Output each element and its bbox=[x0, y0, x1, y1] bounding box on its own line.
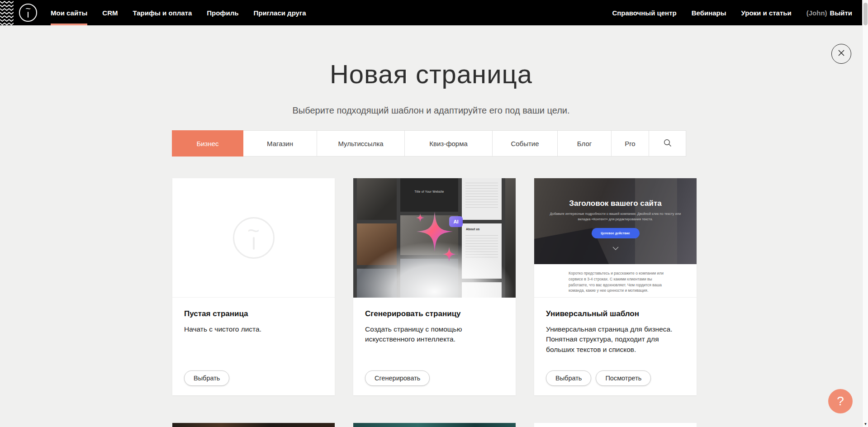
nav-crm[interactable]: CRM bbox=[102, 0, 118, 25]
tab-multilink[interactable]: Мультиссылка bbox=[317, 130, 405, 157]
nav-invite-friend-label: Пригласи друга bbox=[253, 9, 306, 17]
tab-pro-label: Pro bbox=[625, 140, 635, 147]
tab-business-label: Бизнес bbox=[196, 140, 218, 147]
nav-profile-label: Профиль bbox=[207, 9, 238, 17]
top-navbar: ~ Мои сайты CRM Тарифы и оплата Профиль … bbox=[0, 0, 862, 25]
zigzag-pattern bbox=[0, 0, 14, 25]
choose-blank-button[interactable]: Выбрать bbox=[184, 370, 229, 386]
template-hero-subtitle: Добавьте интересные подробности о вашей … bbox=[545, 211, 685, 222]
tab-pro[interactable]: Pro bbox=[612, 130, 649, 157]
tilda-new-page-screen: ~ Мои сайты CRM Тарифы и оплата Профиль … bbox=[0, 0, 868, 427]
choose-universal-button[interactable]: Выбрать bbox=[546, 370, 591, 386]
scrollbar-thumb[interactable] bbox=[863, 3, 868, 25]
tab-blog[interactable]: Блог bbox=[558, 130, 612, 157]
nav-help-center[interactable]: Справочный центр bbox=[612, 0, 676, 25]
nav-invite-friend[interactable]: Пригласи друга bbox=[253, 0, 306, 25]
template-body-text: Коротко представьтесь и расскажите о ком… bbox=[569, 270, 664, 294]
nav-help-center-label: Справочный центр bbox=[612, 9, 676, 17]
card-universal-actions: Выбрать Посмотреть bbox=[546, 370, 651, 386]
chevron-down-icon bbox=[612, 244, 619, 252]
ai-generate-preview[interactable]: Title of Your Website About us bbox=[353, 178, 516, 298]
card-universal-title: Универсальный шаблон bbox=[546, 309, 685, 318]
card-universal-body: Универсальный шаблон Универсальная стран… bbox=[534, 298, 697, 355]
view-universal-button[interactable]: Посмотреть bbox=[596, 370, 651, 386]
universal-template-preview[interactable]: Заголовок вашего сайта Добавьте интересн… bbox=[534, 178, 697, 298]
close-button[interactable] bbox=[831, 44, 851, 64]
nav-webinars[interactable]: Вебинары bbox=[692, 0, 726, 25]
watermark-tilde: ~ bbox=[247, 226, 260, 235]
help-button[interactable]: ? bbox=[828, 389, 853, 413]
generate-button[interactable]: Сгенерировать bbox=[365, 370, 430, 386]
card-ai-title: Сгенерировать страницу bbox=[365, 309, 504, 318]
template-hero-title: Заголовок вашего сайта bbox=[534, 199, 697, 208]
card-blank-actions: Выбрать bbox=[184, 370, 229, 386]
nav-profile[interactable]: Профиль bbox=[207, 0, 238, 25]
nav-tariffs[interactable]: Тарифы и оплата bbox=[133, 0, 192, 25]
page-title: Новая страница bbox=[0, 59, 862, 89]
blank-page-preview[interactable]: ~ bbox=[172, 178, 335, 298]
card-blank-title: Пустая страница bbox=[184, 309, 323, 318]
card-universal-template: Заголовок вашего сайта Добавьте интересн… bbox=[534, 178, 697, 395]
active-nav-underline bbox=[51, 24, 87, 25]
nav-my-sites-label: Мои сайты bbox=[51, 9, 87, 17]
card-ai-generate: Title of Your Website About us bbox=[353, 178, 516, 395]
card-ai-body: Сгенерировать страницу Создать страницу … bbox=[353, 298, 516, 345]
tab-search[interactable] bbox=[649, 130, 686, 157]
card-blank-body: Пустая страница Начать с чистого листа. bbox=[172, 298, 335, 334]
tab-business[interactable]: Бизнес bbox=[172, 130, 243, 157]
nav-lessons[interactable]: Уроки и статьи bbox=[741, 0, 792, 25]
watermark-stem bbox=[253, 237, 255, 250]
next-cards-row-partial bbox=[172, 423, 697, 427]
page-subtitle: Выберите подходящий шаблон и адаптируйте… bbox=[0, 105, 862, 116]
template-cards-row: ~ Пустая страница Начать с чистого листа… bbox=[172, 178, 697, 395]
tilda-watermark-icon: ~ bbox=[233, 217, 275, 259]
tab-quiz-form[interactable]: Квиз-форма bbox=[405, 130, 493, 157]
card-blank-page: ~ Пустая страница Начать с чистого листа… bbox=[172, 178, 335, 395]
partial-card-2[interactable] bbox=[353, 423, 516, 427]
nav-tariffs-label: Тарифы и оплата bbox=[133, 9, 192, 17]
ai-sparkle-icon bbox=[402, 204, 470, 273]
tab-store[interactable]: Магазин bbox=[243, 130, 317, 157]
template-cta-button: Целевое действие bbox=[592, 228, 640, 238]
partial-card-3[interactable] bbox=[534, 423, 697, 427]
page-scrollbar[interactable]: ▼ bbox=[862, 0, 868, 427]
close-icon bbox=[837, 48, 846, 59]
main-nav: Мои сайты CRM Тарифы и оплата Профиль Пр… bbox=[51, 0, 306, 25]
user-logout[interactable]: (John) Выйти bbox=[806, 0, 852, 25]
secondary-nav: Справочный центр Вебинары Уроки и статьи… bbox=[612, 0, 852, 25]
nav-webinars-label: Вебинары bbox=[692, 9, 726, 17]
tab-blog-label: Блог bbox=[577, 140, 592, 147]
tilda-logo-tilde: ~ bbox=[25, 7, 31, 11]
tab-quiz-form-label: Квиз-форма bbox=[429, 140, 468, 147]
scroll-down-arrow-icon[interactable]: ▼ bbox=[863, 422, 868, 426]
template-body-section: Коротко представьтесь и расскажите о ком… bbox=[534, 264, 697, 298]
nav-my-sites[interactable]: Мои сайты bbox=[51, 0, 87, 25]
card-blank-description: Начать с чистого листа. bbox=[184, 324, 323, 334]
ai-badge: AI bbox=[449, 216, 463, 227]
tilda-logo-icon[interactable]: ~ bbox=[19, 4, 37, 22]
tab-store-label: Магазин bbox=[267, 140, 293, 147]
card-universal-description: Универсальная страница для бизнеса. Поня… bbox=[546, 324, 685, 355]
partial-card-1[interactable] bbox=[172, 423, 335, 427]
tilda-logo-stem bbox=[28, 12, 29, 18]
logout-label: Выйти bbox=[830, 9, 852, 17]
card-ai-actions: Сгенерировать bbox=[365, 370, 430, 386]
tab-event[interactable]: Событие bbox=[493, 130, 558, 157]
search-icon bbox=[663, 138, 672, 149]
template-category-tabs: Бизнес Магазин Мультиссылка Квиз-форма С… bbox=[172, 130, 686, 157]
card-ai-description: Создать страницу с помощью искусственног… bbox=[365, 324, 478, 345]
tab-multilink-label: Мультиссылка bbox=[338, 140, 383, 147]
user-name: (John) bbox=[806, 9, 827, 17]
question-mark-icon: ? bbox=[837, 394, 844, 408]
template-hero: Заголовок вашего сайта Добавьте интересн… bbox=[534, 178, 697, 264]
nav-lessons-label: Уроки и статьи bbox=[741, 9, 792, 17]
tab-event-label: Событие bbox=[511, 140, 539, 147]
nav-crm-label: CRM bbox=[102, 9, 118, 17]
